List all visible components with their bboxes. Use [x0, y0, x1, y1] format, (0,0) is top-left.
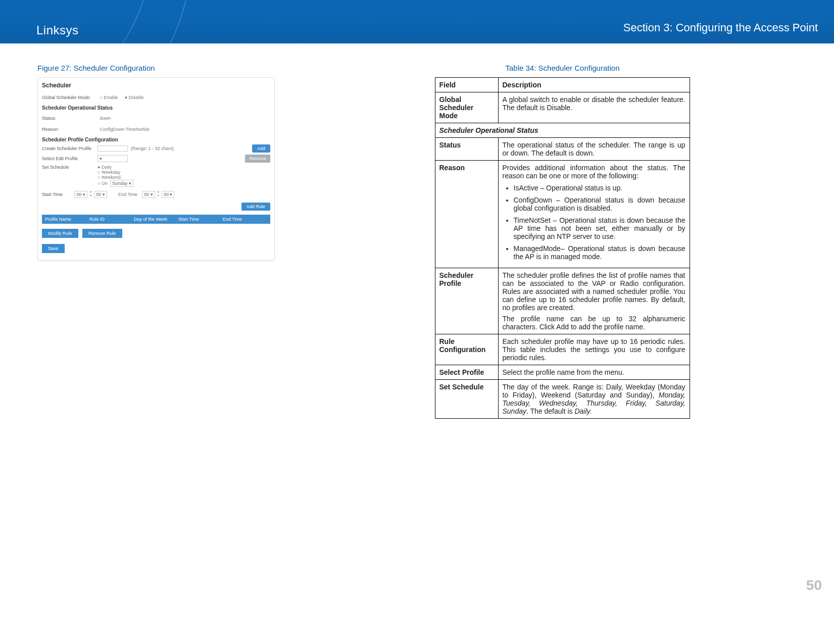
rules-table-header: Profile Name Rule ID Day of the Week Sta… [42, 215, 270, 224]
list-item: ManagedMode– Operational status is down … [514, 244, 685, 261]
select-profile-label: Select Edit Profile [42, 156, 97, 161]
cell-desc: Each scheduler profile may have up to 16… [498, 334, 690, 365]
cell-desc: Select the profile name from the menu. [498, 365, 690, 380]
add-rule-button[interactable]: Add Rule [241, 203, 270, 211]
col-rule: Rule ID [89, 217, 134, 222]
page-banner: Linksys Section 3: Configuring the Acces… [0, 0, 834, 43]
table-row: Scheduler Profile The scheduler profile … [435, 268, 690, 334]
table-row: Status The operational status of the sch… [435, 138, 690, 161]
screenshot-mock: Scheduler Global Scheduler Mode: ○ Enabl… [37, 77, 275, 261]
cell-field: Select Profile [435, 365, 498, 380]
start-mm[interactable]: 00 ▾ [94, 191, 107, 198]
create-profile-input[interactable] [97, 145, 128, 152]
cell-desc: The scheduler profile defines the list o… [498, 268, 690, 334]
cell-field: Global Scheduler Mode [435, 92, 498, 123]
cell-field: Scheduler Profile [435, 268, 498, 334]
create-range: (Range: 1 - 32 chars) [131, 146, 174, 151]
mode-label: Global Scheduler Mode: [42, 95, 97, 100]
list-item: ConfigDown – Operational status is down … [514, 196, 685, 212]
opstatus-heading: Scheduler Operational Status [42, 105, 270, 111]
remove-profile-button[interactable]: Remove [245, 155, 270, 163]
description-table: Field Description Global Scheduler Mode … [435, 77, 690, 419]
col-start: Start Time [178, 217, 223, 222]
status-label: Status: [42, 116, 97, 121]
status-value: down [100, 116, 111, 121]
remove-rule-button[interactable]: Remove Rule [82, 229, 122, 238]
shot-title: Scheduler [42, 82, 270, 89]
col-dow: Day of the Week [134, 217, 178, 222]
section-label: Section 3: Configuring the Access Point [623, 21, 818, 34]
list-item: TimeNotSet – Operational status is down … [514, 216, 685, 240]
cell-field: Rule Configuration [435, 334, 498, 365]
modify-rule-button[interactable]: Modify Rule [42, 229, 78, 238]
subhead-text: Scheduler Operational Status [435, 123, 690, 138]
brand-logo: Linksys [36, 23, 79, 37]
table-subhead: Scheduler Operational Status [435, 123, 690, 138]
schedule-options[interactable]: ● Daily ○ Weekday ○ Weekend ○ On Sunday … [97, 165, 133, 187]
reason-label: Reason: [42, 127, 97, 132]
table-row: Select Profile Select the profile name f… [435, 365, 690, 380]
page-number: 50 [806, 577, 822, 593]
col-end: End Time [223, 217, 267, 222]
figure-caption: Figure 27: Scheduler Configuration [37, 64, 405, 72]
mode-disable-radio[interactable]: ● Disable [125, 95, 144, 100]
table-row: Global Scheduler Mode A global switch to… [435, 92, 690, 123]
create-profile-label: Create Scheduler Profile [42, 146, 97, 151]
cell-desc: The day of the week. Range is: Daily, We… [498, 380, 690, 419]
add-profile-button[interactable]: Add [252, 144, 270, 153]
list-item: IsActive – Operational status is up. [514, 184, 685, 192]
cell-desc: A global switch to enable or disable the… [498, 92, 690, 123]
table-row: Rule Configuration Each scheduler profil… [435, 334, 690, 365]
mode-enable-radio[interactable]: ○ Enable [100, 95, 118, 100]
select-profile-dropdown[interactable]: ▾ [97, 155, 128, 162]
reason-value: ConfigDown TimeNotSet [100, 127, 150, 132]
end-mm[interactable]: 00 ▾ [162, 191, 175, 198]
end-time-label: End Time [118, 192, 137, 197]
table-row: Reason Provides additional information a… [435, 161, 690, 268]
cell-desc: Provides additional information about th… [498, 161, 690, 268]
cell-desc: The operational status of the scheduler.… [498, 138, 690, 161]
profile-heading: Scheduler Profile Configuration [42, 137, 270, 142]
end-hh[interactable]: 00 ▾ [142, 191, 155, 198]
col-profile: Profile Name [45, 217, 89, 222]
start-hh[interactable]: 00 ▾ [74, 191, 87, 198]
set-schedule-label: Set Schedule [42, 165, 97, 187]
start-time-label: Start Time [42, 192, 72, 197]
cell-field: Reason [435, 161, 498, 268]
table-caption: Table 34: Scheduler Configuration [506, 64, 802, 72]
cell-field: Status [435, 138, 498, 161]
cell-field: Set Schedule [435, 380, 498, 419]
save-button[interactable]: Save [42, 244, 65, 253]
th-field: Field [435, 78, 498, 92]
table-row: Set Schedule The day of the week. Range … [435, 380, 690, 419]
th-description: Description [498, 78, 690, 92]
day-dropdown[interactable]: Sunday ▾ [110, 180, 133, 187]
